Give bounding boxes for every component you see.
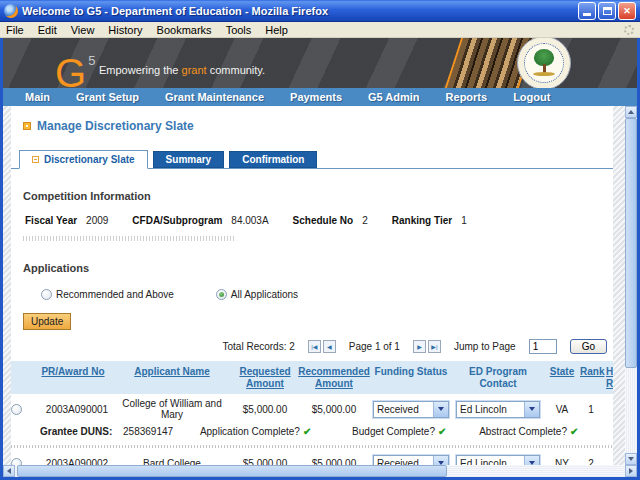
nav-item-main[interactable]: Main xyxy=(25,91,50,103)
chevron-down-icon[interactable] xyxy=(524,402,539,417)
jump-to-page-label: Jump to Page xyxy=(454,341,516,352)
tab-discretionary-slate[interactable]: Discretionary Slate xyxy=(19,150,148,169)
recommended-amount: $5,000.00 xyxy=(297,394,371,424)
menu-item-help[interactable]: Help xyxy=(265,24,288,36)
nav-item-payments[interactable]: Payments xyxy=(290,91,342,103)
applicant-name: College of William and Mary xyxy=(111,394,233,424)
award-no: 2003A090001 xyxy=(35,394,111,424)
col-rank[interactable]: Rank xyxy=(579,361,603,394)
funding-status-select[interactable]: Received xyxy=(373,455,449,466)
nav-item-grant-maintenance[interactable]: Grant Maintenance xyxy=(165,91,264,103)
applications-heading: Applications xyxy=(23,262,613,274)
education-seal-icon xyxy=(517,38,571,88)
radio-selected-icon[interactable] xyxy=(216,289,227,300)
vertical-scroll-thumb[interactable] xyxy=(625,118,637,368)
close-button[interactable]: ✕ xyxy=(618,2,636,20)
ranking-tier-value: 1 xyxy=(461,215,467,226)
table-header-row: PR/Award No Applicant Name Requested Amo… xyxy=(11,361,613,394)
nav-item-reports[interactable]: Reports xyxy=(446,91,488,103)
col-ed-program-contact: ED Program Contact xyxy=(451,361,545,394)
applications-filter: Recommended and Above All Applications xyxy=(41,289,613,300)
col-high-risk[interactable]: High Risk xyxy=(603,361,613,394)
fiscal-year-label: Fiscal Year xyxy=(25,215,77,226)
applications-table: PR/Award No Applicant Name Requested Amo… xyxy=(11,361,613,465)
scroll-right-button[interactable] xyxy=(625,465,637,477)
page-content: Manage Discretionary Slate Discretionary… xyxy=(11,106,613,465)
menu-item-view[interactable]: View xyxy=(71,24,95,36)
chevron-down-icon[interactable] xyxy=(524,456,539,466)
first-page-button[interactable]: |◀ xyxy=(308,340,321,353)
nav-item-g5-admin[interactable]: G5 Admin xyxy=(368,91,420,103)
funding-status-select[interactable]: Received xyxy=(373,401,449,418)
pagination-bar: Total Records: 2 |◀ ◀ Page 1 of 1 ▶ ▶| J… xyxy=(11,339,607,354)
competition-fields: Fiscal Year 2009 CFDA/Subprogram 84.003A… xyxy=(25,215,613,226)
tab-summary[interactable]: Summary xyxy=(153,151,225,168)
recommended-amount: $5,000.00 xyxy=(297,448,371,465)
rank: 2 xyxy=(579,448,603,465)
chevron-down-icon[interactable] xyxy=(433,402,448,417)
col-recommended-amount[interactable]: Recommended Amount xyxy=(297,361,371,394)
check-icon: ✔ xyxy=(438,426,446,437)
nav-item-grant-setup[interactable]: Grant Setup xyxy=(76,91,139,103)
go-button[interactable]: Go xyxy=(570,339,607,354)
competition-info-heading: Competition Information xyxy=(23,190,613,202)
tab-confirmation[interactable]: Confirmation xyxy=(229,151,317,168)
tab-bar: Discretionary Slate Summary Confirmation xyxy=(11,150,613,169)
cfda-value: 84.003A xyxy=(231,215,268,226)
prev-page-button[interactable]: ◀ xyxy=(323,340,336,353)
minimize-button[interactable] xyxy=(578,2,596,20)
next-page-button[interactable]: ▶ xyxy=(413,340,426,353)
col-requested-amount[interactable]: Requested Amount xyxy=(233,361,297,394)
row-select-radio[interactable] xyxy=(11,458,22,466)
vertical-scrollbar[interactable] xyxy=(625,106,637,465)
fiscal-year-value: 2009 xyxy=(86,215,108,226)
row-select-radio[interactable] xyxy=(11,404,22,415)
schedule-no-label: Schedule No xyxy=(293,215,354,226)
cfda-label: CFDA/Subprogram xyxy=(132,215,222,226)
ed-program-contact-select[interactable]: Ed Lincoln xyxy=(456,401,540,418)
up-arrow-icon xyxy=(628,110,634,114)
col-applicant-name[interactable]: Applicant Name xyxy=(111,361,233,394)
nav-bar: Main Grant Setup Grant Maintenance Payme… xyxy=(3,88,637,106)
rank: 1 xyxy=(579,394,603,424)
check-icon: ✔ xyxy=(570,426,578,437)
high-risk: N xyxy=(603,448,613,465)
minimize-icon xyxy=(583,13,591,16)
left-stripe-border xyxy=(3,106,11,465)
chevron-down-icon[interactable] xyxy=(433,456,448,466)
ed-program-contact-select[interactable]: Ed Lincoln xyxy=(456,455,540,466)
radio-recommended-and-above[interactable]: Recommended and Above xyxy=(41,289,174,300)
menu-item-bookmarks[interactable]: Bookmarks xyxy=(157,24,212,36)
page-title-bullet-icon xyxy=(23,122,31,130)
update-button[interactable]: Update xyxy=(23,313,71,330)
restore-icon xyxy=(603,7,612,15)
dotted-divider xyxy=(23,236,235,241)
col-pr-award-no[interactable]: PR/Award No xyxy=(35,361,111,394)
requested-amount: $5,000.00 xyxy=(233,448,297,465)
scroll-down-button[interactable] xyxy=(625,453,637,465)
col-state[interactable]: State xyxy=(545,361,579,394)
applicant-name: Bard College xyxy=(111,448,233,465)
title-bar: Welcome to G5 - Department of Education … xyxy=(0,0,640,22)
menu-item-tools[interactable]: Tools xyxy=(226,24,252,36)
table-row: 2003A090001 College of William and Mary … xyxy=(11,394,613,424)
high-risk: N xyxy=(603,394,613,424)
browser-window: Welcome to G5 - Department of Education … xyxy=(0,0,640,480)
menu-item-history[interactable]: History xyxy=(108,24,142,36)
menu-item-file[interactable]: File xyxy=(6,24,24,36)
last-page-button[interactable]: ▶| xyxy=(428,340,441,353)
jump-to-page-input[interactable] xyxy=(529,339,557,354)
nav-item-logout[interactable]: Logout xyxy=(513,91,550,103)
radio-all-applications[interactable]: All Applications xyxy=(216,289,298,300)
horizontal-scroll-thumb[interactable] xyxy=(17,465,447,477)
scroll-up-button[interactable] xyxy=(625,106,637,118)
scroll-left-button[interactable] xyxy=(3,465,15,477)
g5-banner: G5 Empowering the grant community. xyxy=(3,38,637,88)
horizontal-scrollbar[interactable] xyxy=(3,465,637,477)
radio-icon[interactable] xyxy=(41,289,52,300)
restore-button[interactable] xyxy=(598,2,616,20)
logo-g: G xyxy=(55,51,86,88)
menu-item-edit[interactable]: Edit xyxy=(38,24,57,36)
logo-5: 5 xyxy=(88,53,95,68)
browser-content: G5 Empowering the grant community. Main … xyxy=(0,38,640,480)
